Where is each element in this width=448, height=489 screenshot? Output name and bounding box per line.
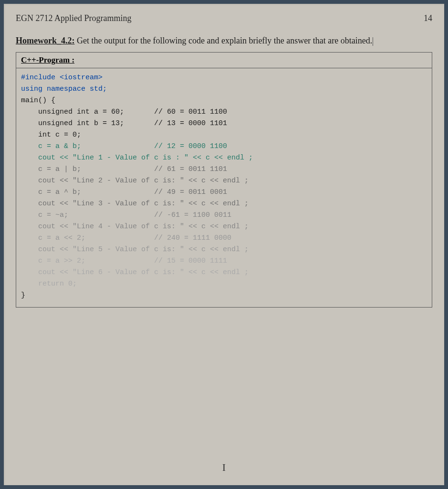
homework-block: Homework_4.2: Get the output for the fol…	[16, 35, 432, 46]
header-row: EGN 2712 Applied Programming 14	[16, 13, 432, 23]
text-cursor-icon	[373, 37, 373, 46]
code-line: c = a >> 2; // 15 = 0000 1111	[21, 255, 427, 267]
page-number: 14	[424, 13, 432, 23]
code-line: using namespace std;	[21, 84, 427, 95]
code-line: cout << "Line 6 - Value of c is: " << c …	[21, 267, 427, 278]
code-line: }	[21, 290, 427, 301]
program-label: C++-Program :	[21, 55, 74, 64]
code-line: int c = 0;	[21, 129, 427, 141]
code-line: cout << "Line 4 - Value of c is: " << c …	[21, 221, 427, 233]
code-line: cout << "Line 1 - Value of c is : " << c…	[21, 152, 427, 164]
code-line: unsigned int b = 13; // 13 = 0000 1101	[21, 118, 427, 129]
ibeam-cursor-icon: I	[222, 461, 226, 474]
code-line: c = a & b; // 12 = 0000 1100	[21, 141, 427, 152]
code-line: cout << "Line 5 - Value of c is: " << c …	[21, 244, 427, 255]
code-line: return 0;	[21, 278, 427, 290]
code-line: cout << "Line 2 - Value of c is: " << c …	[21, 175, 427, 187]
code-line: unsigned int a = 60; // 60 = 0011 1100	[21, 106, 427, 118]
code-line: c = a ^ b; // 49 = 0011 0001	[21, 187, 427, 198]
code-line: main() {	[21, 95, 427, 106]
code-line: cout << "Line 3 - Value of c is: " << c …	[21, 198, 427, 210]
homework-title: Homework_4.2:	[16, 36, 74, 45]
homework-prompt: Get the output for the following code an…	[74, 36, 372, 45]
code-line: c = a | b; // 61 = 0011 1101	[21, 164, 427, 175]
program-label-box: C++-Program :	[16, 52, 432, 68]
code-box: #include <iostream> using namespace std;…	[16, 68, 432, 308]
page: EGN 2712 Applied Programming 14 Homework…	[4, 4, 444, 485]
code-line: #include <iostream>	[21, 72, 427, 84]
code-line: c = ~a; // -61 = 1100 0011	[21, 210, 427, 221]
code-line: c = a << 2; // 240 = 1111 0000	[21, 233, 427, 244]
course-title: EGN 2712 Applied Programming	[16, 13, 131, 23]
